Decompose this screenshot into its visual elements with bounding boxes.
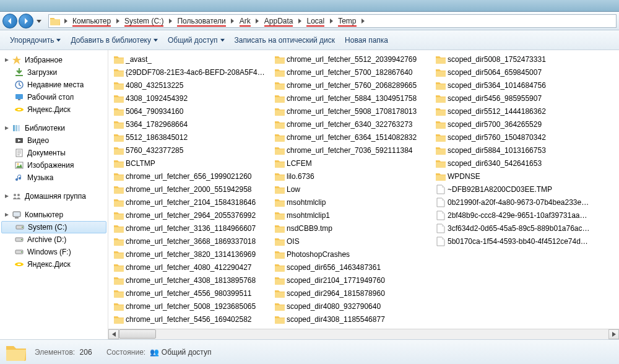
share-menu[interactable]: Общий доступ bbox=[163, 30, 230, 50]
sidebar-item[interactable]: Яндекс.Диск bbox=[0, 258, 108, 271]
horizontal-scrollbar[interactable] bbox=[108, 329, 619, 339]
history-dropdown[interactable] bbox=[35, 14, 43, 28]
address-breadcrumb[interactable]: КомпьютерSystem (C:)ПользователиArkAppDa… bbox=[48, 14, 617, 28]
chevron-right-icon[interactable] bbox=[295, 19, 304, 24]
back-button[interactable] bbox=[2, 14, 17, 28]
folder-item[interactable]: chrome_url_fetcher_656_1999021260 bbox=[111, 170, 272, 183]
folder-item[interactable]: scoped_dir5884_1013166753 bbox=[433, 144, 594, 157]
folder-item[interactable]: nsdCBB9.tmp bbox=[272, 222, 433, 235]
sidebar-item[interactable]: Изображения bbox=[0, 159, 108, 171]
folder-item[interactable]: scoped_dir5456_985955907 bbox=[433, 92, 594, 105]
breadcrumb-segment[interactable]: Ark bbox=[237, 15, 253, 27]
folder-item[interactable]: _avast_ bbox=[111, 53, 272, 66]
sidebar-item[interactable]: Недавние места bbox=[0, 79, 108, 91]
folder-item[interactable]: scoped_dir5064_659845007 bbox=[433, 66, 594, 79]
burn-button[interactable]: Записать на оптический диск bbox=[230, 30, 340, 50]
folder-item[interactable]: BCLTMP bbox=[111, 157, 272, 170]
sidebar-item[interactable]: Рабочий стол bbox=[0, 91, 108, 103]
folder-item[interactable]: scoped_dir5760_1504870342 bbox=[433, 131, 594, 144]
sidebar-group-header[interactable]: Домашняя группа bbox=[0, 190, 108, 202]
folder-item[interactable]: scoped_dir2104_1771949760 bbox=[272, 274, 433, 287]
folder-item[interactable]: chrome_url_fetcher_5760_2068289665 bbox=[272, 79, 433, 92]
chevron-right-icon[interactable] bbox=[359, 19, 368, 24]
folder-item[interactable]: scoped_dir5700_364265529 bbox=[433, 118, 594, 131]
chevron-right-icon[interactable] bbox=[327, 19, 335, 24]
forward-button[interactable] bbox=[19, 14, 33, 28]
breadcrumb-segment[interactable]: Temp bbox=[335, 15, 358, 27]
scroll-right-button[interactable] bbox=[608, 329, 619, 339]
folder-item[interactable]: 5760_432377285 bbox=[111, 144, 272, 157]
sidebar-item[interactable]: Archive (D:) bbox=[0, 233, 108, 246]
chevron-right-icon[interactable] bbox=[113, 19, 122, 24]
folder-item[interactable]: chrome_url_fetcher_6340_322763273 bbox=[272, 118, 433, 131]
folder-item[interactable]: LCFEM bbox=[272, 157, 433, 170]
folder-item[interactable]: chrome_url_fetcher_4556_980399511 bbox=[111, 287, 272, 300]
folder-item[interactable]: chrome_url_fetcher_2000_551942958 bbox=[111, 183, 272, 196]
folder-item[interactable]: chrome_url_fetcher_6364_1514082832 bbox=[272, 131, 433, 144]
folder-item[interactable]: chrome_url_fetcher_3820_1314136969 bbox=[111, 248, 272, 261]
folder-item[interactable]: chrome_url_fetcher_2964_2055376992 bbox=[111, 209, 272, 222]
folder-item[interactable]: 5364_1782968664 bbox=[111, 118, 272, 131]
navigation-pane[interactable]: ИзбранноеЗагрузкиНедавние местаРабочий с… bbox=[0, 50, 108, 339]
file-item[interactable]: 2bf48b9c-ccc8-429e-9651-10af39731aaa.tmp bbox=[433, 209, 594, 222]
file-item[interactable]: 3cf634d2-0d65-45a5-89c5-889b01a76ac6.tmp bbox=[433, 222, 594, 235]
folder-item[interactable]: OIS bbox=[272, 235, 433, 248]
sidebar-group-header[interactable]: Библиотеки bbox=[0, 122, 108, 134]
sidebar-item[interactable]: Загрузки bbox=[0, 66, 108, 79]
scroll-thumb[interactable] bbox=[119, 329, 156, 339]
folder-item[interactable]: chrome_url_fetcher_2104_1584318646 bbox=[111, 196, 272, 209]
folder-item[interactable]: chrome_url_fetcher_3136_1184966607 bbox=[111, 222, 272, 235]
folder-item[interactable]: msohtmlclip bbox=[272, 196, 433, 209]
folder-item[interactable]: msohtmlclip1 bbox=[272, 209, 433, 222]
folder-item[interactable]: scoped_dir5512_1444186362 bbox=[433, 105, 594, 118]
sidebar-group-header[interactable]: Компьютер bbox=[0, 209, 108, 221]
sidebar-item[interactable]: Документы bbox=[0, 147, 108, 159]
folder-item[interactable]: chrome_url_fetcher_5008_1923685065 bbox=[111, 300, 272, 313]
folder-item[interactable]: PhotoshopCrashes bbox=[272, 248, 433, 261]
breadcrumb-segment[interactable]: AppData bbox=[262, 15, 296, 27]
file-item[interactable]: ~DFB92B1A8200CD03EE.TMP bbox=[433, 183, 594, 196]
breadcrumb-segment[interactable]: System (C:) bbox=[122, 15, 166, 27]
sidebar-item[interactable]: Яндекс.Диск bbox=[0, 103, 108, 116]
sidebar-item[interactable]: Музыка bbox=[0, 171, 108, 184]
folder-item[interactable]: WPDNSE bbox=[433, 170, 594, 183]
folder-item[interactable]: chrome_url_fetcher_5456_169402582 bbox=[111, 313, 272, 326]
folder-item[interactable]: {29DDF708-21E3-4ac6-BEFD-208A5F4B6B04} bbox=[111, 66, 272, 79]
folder-item[interactable]: chrome_url_fetcher_5908_1708178013 bbox=[272, 105, 433, 118]
folder-item[interactable]: chrome_url_fetcher_5512_2039942769 bbox=[272, 53, 433, 66]
folder-item[interactable]: scoped_dir5008_1752473331 bbox=[433, 53, 594, 66]
folder-item[interactable]: 5512_1863845012 bbox=[111, 131, 272, 144]
folder-item[interactable]: chrome_url_fetcher_4308_1813895768 bbox=[111, 274, 272, 287]
sidebar-item[interactable]: System (C:) bbox=[1, 221, 106, 233]
folder-item[interactable]: scoped_dir6340_542641653 bbox=[433, 157, 594, 170]
folder-item[interactable]: 5064_790934160 bbox=[111, 105, 272, 118]
folder-item[interactable]: 4080_432513225 bbox=[111, 79, 272, 92]
breadcrumb-segment[interactable]: Компьютер bbox=[70, 15, 113, 27]
folder-item[interactable]: chrome_url_fetcher_5700_182867640 bbox=[272, 66, 433, 79]
chevron-right-icon[interactable] bbox=[253, 19, 262, 24]
organize-menu[interactable]: Упорядочить bbox=[5, 30, 66, 50]
sidebar-group-header[interactable]: Избранное bbox=[0, 54, 108, 66]
add-to-library-menu[interactable]: Добавить в библиотеку bbox=[66, 30, 163, 50]
file-item[interactable]: 0b21990f-a20f-4a80-9673-07b4bea233ee.tmp bbox=[433, 196, 594, 209]
folder-item[interactable]: scoped_dir5364_1014684756 bbox=[433, 79, 594, 92]
folder-item[interactable]: scoped_dir4308_1185546877 bbox=[272, 313, 433, 326]
scroll-track[interactable] bbox=[119, 329, 608, 339]
sidebar-item[interactable]: Видео bbox=[0, 134, 108, 147]
file-list[interactable]: _avast_{29DDF708-21E3-4ac6-BEFD-208A5F4B… bbox=[108, 50, 619, 329]
folder-item[interactable]: lilo.6736 bbox=[272, 170, 433, 183]
folder-item[interactable]: chrome_url_fetcher_3668_1869337018 bbox=[111, 235, 272, 248]
folder-item[interactable]: scoped_dir2964_1815878960 bbox=[272, 287, 433, 300]
folder-item[interactable]: chrome_url_fetcher_5884_1304951758 bbox=[272, 92, 433, 105]
breadcrumb-segment[interactable]: Пользователи bbox=[175, 15, 228, 27]
folder-item[interactable]: chrome_url_fetcher_4080_412290427 bbox=[111, 261, 272, 274]
file-item[interactable]: 5b0170ca-1f54-4593-bb40-4f4512ce74d6.tmp bbox=[433, 235, 594, 248]
chevron-right-icon[interactable] bbox=[166, 19, 175, 24]
folder-item[interactable]: 4308_1092454392 bbox=[111, 92, 272, 105]
folder-item[interactable]: scoped_dir656_1463487361 bbox=[272, 261, 433, 274]
folder-item[interactable]: Low bbox=[272, 183, 433, 196]
breadcrumb-segment[interactable]: Local bbox=[304, 15, 327, 27]
folder-item[interactable]: scoped_dir4080_932790640 bbox=[272, 300, 433, 313]
sidebar-item[interactable]: Windows (F:) bbox=[0, 246, 108, 258]
breadcrumb-root-arrow[interactable] bbox=[61, 19, 70, 24]
